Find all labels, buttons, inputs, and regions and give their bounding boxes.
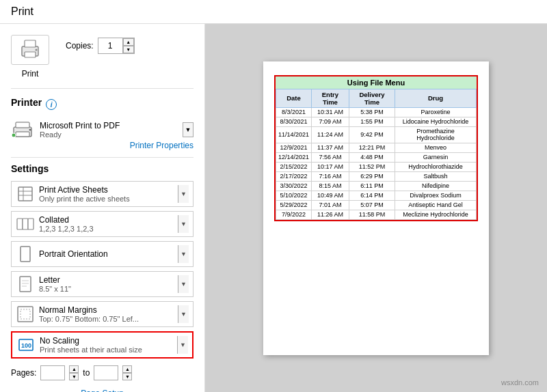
setting-dropdown-2[interactable]: ▼ <box>178 245 189 263</box>
copies-spinner[interactable]: ▲ ▼ <box>123 38 134 53</box>
printer-section-title: Printer <box>11 97 42 108</box>
setting-sub-5: Print sheets at their actual size <box>40 346 173 354</box>
page-preview: Using File Menu DateEntry TimeDelivery T… <box>263 61 489 355</box>
table-row: 3/30/20228:15 AM6:11 PMNifedipine <box>276 181 477 191</box>
setting-row-4[interactable]: Normal Margins Top: 0.75" Bottom: 0.75" … <box>11 301 194 327</box>
table-cell: 11:24 AM <box>312 126 349 143</box>
setting-text-2: Portrait Orientation <box>39 249 174 259</box>
table-cell: 11:26 AM <box>312 210 349 219</box>
table-cell: 7/9/2022 <box>276 210 312 219</box>
table-cell: 5:07 PM <box>349 200 395 210</box>
preview-table-container: Using File Menu DateEntry TimeDelivery T… <box>274 75 478 221</box>
setting-icon-1 <box>16 214 35 234</box>
setting-icon-4 <box>16 305 35 324</box>
table-cell: 7:56 AM <box>312 152 349 162</box>
pages-to-input[interactable] <box>94 365 118 380</box>
table-cell: 2/15/2022 <box>276 162 312 171</box>
preview-table-title: Using File Menu <box>276 76 477 89</box>
setting-icon-0 <box>16 184 35 204</box>
settings-section: Settings Print Active Sheets Only print … <box>11 163 194 392</box>
svg-point-8 <box>12 133 16 137</box>
setting-row-3[interactable]: Letter 8.5" x 11" ▼ <box>11 271 194 297</box>
pages-from-down[interactable]: ▼ <box>69 373 79 380</box>
table-row: 8/30/20217:09 AM1:55 PMLidocaine Hydroch… <box>276 117 477 126</box>
preview-table: DateEntry TimeDelivery TimeDrug 8/3/2021… <box>276 89 477 220</box>
setting-icon-2 <box>16 244 35 264</box>
table-cell: 7:16 AM <box>312 171 349 181</box>
setting-row-1[interactable]: Collated 1,2,3 1,2,3 1,2,3 ▼ <box>11 211 194 237</box>
table-cell: 7:01 AM <box>312 200 349 210</box>
setting-dropdown-3[interactable]: ▼ <box>178 275 189 293</box>
table-cell: 6:11 PM <box>349 181 395 191</box>
svg-rect-14 <box>23 219 28 229</box>
table-row: 7/9/202211:26 AM11:58 PMMeclizine Hydroc… <box>276 210 477 219</box>
table-cell: Divalproex Sodium <box>395 191 477 200</box>
setting-row-0[interactable]: Print Active Sheets Only print the activ… <box>11 181 194 207</box>
page-setup-link[interactable]: Page Setup <box>11 389 194 392</box>
svg-rect-15 <box>28 219 34 229</box>
table-cell: 11:52 PM <box>349 162 395 171</box>
table-cell: 9:42 PM <box>349 126 395 143</box>
setting-dropdown-0[interactable]: ▼ <box>178 185 189 203</box>
table-cell: 10:17 AM <box>312 162 349 171</box>
table-row: 5/10/202210:49 AM6:14 PMDivalproex Sodiu… <box>276 191 477 200</box>
table-cell: 7:09 AM <box>312 117 349 126</box>
left-panel: Print Copies: 1 ▲ ▼ Printer i <box>0 24 205 392</box>
pages-to: to <box>83 368 90 378</box>
printer-dropdown-arrow[interactable]: ▼ <box>183 122 194 137</box>
setting-main-0: Print Active Sheets <box>39 185 174 195</box>
setting-sub-4: Top: 0.75" Bottom: 0.75" Lef... <box>39 315 174 323</box>
svg-rect-16 <box>21 247 30 262</box>
svg-rect-5 <box>16 122 29 128</box>
table-row: 11/14/202111:24 AM9:42 PMPromethazine Hy… <box>276 126 477 143</box>
setting-dropdown-1[interactable]: ▼ <box>178 215 189 233</box>
table-row: 8/3/202110:31 AM5:38 PMParoxetine <box>276 107 477 117</box>
setting-dropdown-4[interactable]: ▼ <box>178 305 189 323</box>
svg-rect-1 <box>25 40 36 47</box>
setting-row-2[interactable]: Portrait Orientation ▼ <box>11 241 194 267</box>
printer-status: Ready <box>40 130 120 139</box>
setting-sub-3: 8.5" x 11" <box>39 285 174 293</box>
setting-main-1: Collated <box>39 215 174 225</box>
table-cell: 12/9/2021 <box>276 143 312 152</box>
table-cell: 4:48 PM <box>349 152 395 162</box>
table-cell: 8:15 AM <box>312 181 349 191</box>
pages-from-up[interactable]: ▲ <box>69 365 79 373</box>
setting-row-5[interactable]: 100 No Scaling Print sheets at their act… <box>11 331 194 359</box>
print-label: Print <box>22 69 39 79</box>
setting-main-3: Letter <box>39 275 174 285</box>
table-cell: 6:29 PM <box>349 171 395 181</box>
setting-text-1: Collated 1,2,3 1,2,3 1,2,3 <box>39 215 174 233</box>
page-title: Print <box>11 5 34 17</box>
printer-section: Printer i Microsoft Print to PDF <box>11 94 194 150</box>
table-cell: 10:31 AM <box>312 107 349 117</box>
table-header-cell: Drug <box>395 89 477 107</box>
pages-to-down[interactable]: ▼ <box>122 373 132 380</box>
table-cell: 11:58 PM <box>349 210 395 219</box>
printer-icon <box>11 120 34 139</box>
info-icon[interactable]: i <box>46 99 57 110</box>
pages-to-up[interactable]: ▲ <box>122 365 132 373</box>
printer-properties-link[interactable]: Printer Properties <box>11 141 194 150</box>
table-cell: Menveo <box>395 143 477 152</box>
svg-rect-13 <box>17 219 23 229</box>
table-cell: 5/10/2022 <box>276 191 312 200</box>
table-cell: 11:37 AM <box>312 143 349 152</box>
copies-value[interactable]: 1 <box>98 38 123 53</box>
copies-up[interactable]: ▲ <box>123 38 134 46</box>
table-cell: 8/30/2021 <box>276 117 312 126</box>
right-panel: Using File Menu DateEntry TimeDelivery T… <box>205 24 547 392</box>
table-cell: 1:55 PM <box>349 117 395 126</box>
print-button[interactable] <box>11 35 49 65</box>
svg-rect-6 <box>16 132 29 137</box>
setting-text-4: Normal Margins Top: 0.75" Bottom: 0.75" … <box>39 305 174 323</box>
setting-main-4: Normal Margins <box>39 305 174 315</box>
table-row: 2/15/202210:17 AM11:52 PMHydrochlorothia… <box>276 162 477 171</box>
pages-from-input[interactable] <box>40 365 65 380</box>
copies-down[interactable]: ▼ <box>123 46 134 53</box>
table-header-row: DateEntry TimeDelivery TimeDrug <box>276 89 477 107</box>
table-header-cell: Entry Time <box>312 89 349 107</box>
setting-dropdown-5[interactable]: ▼ <box>177 336 188 354</box>
table-cell: Saltbush <box>395 171 477 181</box>
table-cell: 6:14 PM <box>349 191 395 200</box>
